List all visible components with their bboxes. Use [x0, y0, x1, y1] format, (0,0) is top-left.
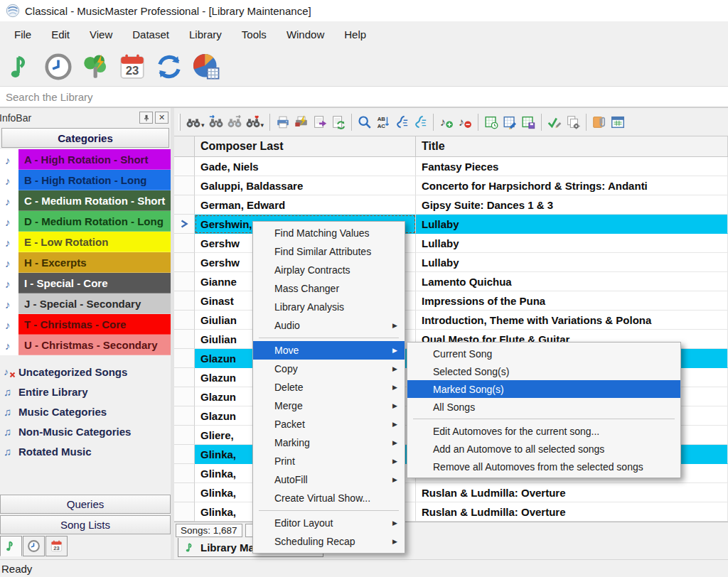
- context-menu-item-marking[interactable]: Marking▶: [253, 433, 405, 452]
- category-item[interactable]: ♪E - Low Rotation: [0, 232, 171, 252]
- cell-title[interactable]: Lamento Quichua: [416, 272, 728, 291]
- song-lists-button[interactable]: Song Lists: [0, 515, 171, 534]
- category-item[interactable]: ♪A - High Rotation - Short: [0, 149, 171, 170]
- sidebar-item-rotated-music[interactable]: ♫Rotated Music: [0, 441, 171, 461]
- menu-item-window[interactable]: Window: [277, 24, 334, 45]
- context-menu-item-create-virtual-show[interactable]: Create Virtual Show...: [253, 489, 405, 507]
- toolbar-add-song-button[interactable]: ♪: [437, 113, 456, 131]
- menu-item-dataset[interactable]: Dataset: [122, 24, 179, 45]
- category-item[interactable]: ♪D - Medium Rotation - Long: [0, 211, 171, 232]
- submenu-item-all-songs[interactable]: All Songs: [407, 398, 680, 416]
- search-input[interactable]: [0, 87, 728, 107]
- dropdown-caret-icon[interactable]: ▾: [261, 122, 264, 129]
- submenu-item-add-an-automove-to-all-selected-songs[interactable]: Add an Automove to all selected songs: [407, 440, 680, 458]
- context-menu-item-packet[interactable]: Packet▶: [253, 415, 405, 433]
- context-menu-item-audio[interactable]: Audio▶: [253, 316, 405, 335]
- menu-item-library[interactable]: Library: [179, 24, 232, 45]
- category-item[interactable]: ♪T - Christmas - Core: [0, 314, 171, 335]
- context-menu-item-find-similar-attributes[interactable]: Find Similar Attributes: [253, 242, 405, 261]
- toolbar-attachments-button[interactable]: [590, 113, 609, 131]
- toolbar-find-button[interactable]: [184, 113, 203, 131]
- toolbar-song-window-button[interactable]: [609, 113, 627, 131]
- submenu-item-edit-automoves-for-the-current-song[interactable]: Edit Automoves for the current song...: [407, 422, 680, 440]
- toolbar-calendar-23-button[interactable]: 23: [114, 50, 151, 84]
- pin-icon[interactable]: [139, 112, 153, 124]
- toolbar-analysis-pie-button[interactable]: [188, 50, 225, 84]
- cell-title[interactable]: Ruslan & Ludmilla: Overture: [416, 483, 728, 502]
- context-menu-item-airplay-contracts[interactable]: Airplay Contracts: [253, 261, 405, 279]
- context-menu-item-merge[interactable]: Merge▶: [253, 397, 405, 415]
- toolbar-zoom-button[interactable]: [355, 113, 374, 131]
- toolbar-print-button[interactable]: [274, 113, 292, 131]
- category-item[interactable]: ♪C - Medium Rotation - Short: [0, 190, 171, 211]
- toolbar-music-note-button[interactable]: [3, 50, 40, 84]
- category-item[interactable]: ♪H - Excerpts: [0, 252, 171, 273]
- cell-composer-last[interactable]: Gade, Niels: [195, 157, 416, 176]
- table-row[interactable]: German, EdwardGipsy Suite: Dances 1 & 3: [174, 195, 728, 215]
- column-header-title[interactable]: Title: [416, 136, 728, 156]
- toolbar-refresh-grid-button[interactable]: [329, 113, 348, 131]
- toolbar-print-quick-button[interactable]: [292, 113, 311, 131]
- context-menu-item-print[interactable]: Print▶: [253, 452, 405, 470]
- context-menu-item-editor-layout[interactable]: Editor Layout▶: [253, 514, 405, 532]
- cell-title[interactable]: Lullaby: [416, 234, 728, 253]
- menu-item-tools[interactable]: Tools: [232, 24, 277, 45]
- toolbar-find-next-button[interactable]: [207, 113, 225, 131]
- toolbar-grid-edit-button[interactable]: [500, 113, 519, 131]
- submenu-item-current-song[interactable]: Current Song: [407, 345, 680, 362]
- sidebar-tab-clock[interactable]: [23, 536, 45, 556]
- toolbar-clock-button[interactable]: [40, 50, 77, 84]
- categories-header-button[interactable]: Categories: [1, 128, 169, 148]
- menu-item-file[interactable]: File: [4, 24, 41, 45]
- context-menu-item-scheduling-recap[interactable]: Scheduling Recap▶: [253, 532, 405, 551]
- context-menu-item-copy[interactable]: Copy▶: [253, 360, 405, 378]
- cell-title[interactable]: Gipsy Suite: Dances 1 & 3: [416, 195, 728, 215]
- cell-composer-last[interactable]: Galuppi, Baldassare: [195, 176, 416, 195]
- menu-item-edit[interactable]: Edit: [41, 24, 80, 45]
- context-menu-item-delete[interactable]: Delete▶: [253, 378, 405, 397]
- table-row[interactable]: Gade, NielsFantasy Pieces: [174, 157, 728, 176]
- toolbar-filter-apply-button[interactable]: [411, 113, 429, 131]
- cell-title[interactable]: Lullaby: [416, 215, 728, 234]
- toolbar-grid-history-button[interactable]: [482, 113, 500, 131]
- category-item[interactable]: ♪B - High Rotation - Long: [0, 170, 171, 190]
- queries-button[interactable]: Queries: [0, 495, 171, 514]
- submenu-item-remove-all-automoves-from-the-selected-songs[interactable]: Remove all Automoves from the selected s…: [407, 458, 680, 475]
- category-item[interactable]: ♪I - Special - Core: [0, 273, 171, 293]
- toolbar-filter-open-button[interactable]: [392, 113, 411, 131]
- sidebar-tab-calendar-23[interactable]: 23: [46, 536, 68, 556]
- toolbar-library-tree-button[interactable]: [77, 50, 114, 84]
- cell-composer-last[interactable]: German, Edward: [195, 195, 416, 215]
- toolbar-grid-save-button[interactable]: [519, 113, 537, 131]
- submenu-item-marked-song-s[interactable]: Marked Song(s): [407, 380, 680, 398]
- toolbar-export-form-button[interactable]: [311, 113, 329, 131]
- category-item[interactable]: ♪U - Christmas - Secondary: [0, 335, 171, 355]
- cell-title[interactable]: Ruslan & Ludmilla: Overture: [416, 502, 728, 522]
- menu-item-view[interactable]: View: [80, 24, 122, 45]
- cell-title[interactable]: Concerto for Harpsichord & Strings: Anda…: [416, 176, 728, 195]
- context-menu-item-library-analysis[interactable]: Library Analysis: [253, 298, 405, 316]
- table-row[interactable]: Galuppi, BaldassareConcerto for Harpsich…: [174, 176, 728, 195]
- sidebar-item-non-music-categories[interactable]: ♫Non-Music Categories: [0, 421, 171, 441]
- context-menu-item-mass-changer[interactable]: Mass Changer: [253, 279, 405, 298]
- cell-title[interactable]: Impressions of the Puna: [416, 291, 728, 311]
- context-menu-item-autofill[interactable]: AutoFill▶: [253, 470, 405, 489]
- toolbar-find-similar-button[interactable]: [225, 113, 244, 131]
- cell-title[interactable]: Lullaby: [416, 253, 728, 272]
- cell-title[interactable]: Introduction, Theme with Variations & Po…: [416, 311, 728, 330]
- column-header-composer-last[interactable]: Composer Last: [195, 136, 416, 156]
- sidebar-item-entire-library[interactable]: ♫Entire Library: [0, 382, 171, 401]
- context-menu-item-move[interactable]: Move▶: [253, 341, 405, 360]
- cell-title[interactable]: Fantasy Pieces: [416, 157, 728, 176]
- sidebar-tab-music-note[interactable]: [0, 536, 22, 556]
- close-icon[interactable]: ✕: [155, 112, 168, 124]
- toolbar-copy-settings-button[interactable]: [564, 113, 582, 131]
- toolbar-refresh-button[interactable]: [151, 50, 188, 84]
- toolbar-delete-song-button[interactable]: ♪: [456, 113, 474, 131]
- context-menu-item-find-matching-values[interactable]: Find Matching Values: [253, 224, 405, 242]
- category-item[interactable]: ♪J - Special - Secondary: [0, 293, 171, 314]
- toolbar-phonetic-button[interactable]: ABAC: [374, 113, 392, 131]
- toolbar-validate-button[interactable]: [545, 113, 564, 131]
- toolbar-find-favorite-button[interactable]: [244, 113, 262, 131]
- sidebar-item-music-categories[interactable]: ♫Music Categories: [0, 401, 171, 421]
